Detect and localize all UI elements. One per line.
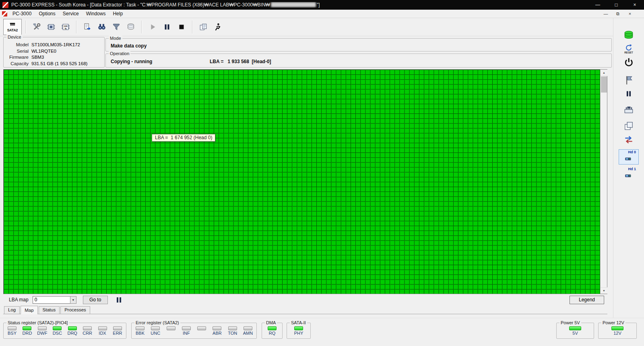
scroll-thumb[interactable] [601,76,607,93]
copy-sector-map-button[interactable] [196,20,210,34]
stop-button[interactable] [175,20,188,34]
pause-indicator-icon [117,297,121,303]
led-light [136,326,144,330]
led-12v: 12V [611,326,623,336]
mode-panel: Mode Make data copy [105,38,612,51]
led-label: BSY [8,331,17,336]
mdi-window-controls: — ⧉ × [603,11,633,16]
drive-resources-button[interactable]: 100% [59,20,72,34]
device-field-label: Capacity [5,61,29,67]
pause-button[interactable] [160,20,174,34]
sata2-port-button[interactable]: SATA2 [3,19,22,35]
copy-window-button[interactable] [619,119,638,132]
legend-button[interactable]: Legend [570,296,604,304]
device-field-value: WL1RQTE0 [31,48,56,55]
led-light [197,326,206,330]
power-off-button[interactable] [619,56,638,69]
minimize-button[interactable]: — [588,0,607,10]
led-idx: IDX [97,326,108,336]
scroll-down-icon[interactable]: ▼ [601,287,607,294]
led-light [53,326,62,330]
power-12v-panel: Power 12V12V [598,323,637,339]
head-map-button[interactable] [619,74,638,86]
menu-item-pc3000[interactable]: PC-3000 [9,10,35,17]
led-light [151,326,160,330]
mdi-restore-button[interactable]: ⧉ [615,11,621,16]
error-register-title: Error register (SATA2) [134,320,180,325]
maximize-button[interactable]: □ [607,0,625,10]
utility-tools-button[interactable] [30,20,43,34]
led-light [268,326,277,330]
device-field-value: SBM3 [31,54,44,61]
led-amn: AMN [243,326,253,336]
lba-input[interactable] [33,296,70,304]
drive-jumpers-button[interactable] [619,103,638,116]
led-label: ABR [213,331,222,336]
tab-log[interactable]: Log [4,306,20,314]
led-dwf: DWF [37,326,47,336]
menu-items: PC-3000OptionsServiceWindowsHelp [9,10,126,17]
data-exchange-button[interactable] [619,133,638,146]
hd1-label: Hd 1 [628,167,636,171]
led-label: IDX [99,331,106,336]
dma-title: DMA [265,320,277,325]
led-bsy: BSY [7,326,17,336]
sector-map-grid[interactable] [4,70,600,294]
hd1-button[interactable]: Hd 1 [619,166,639,181]
led-label: DWF [37,331,47,336]
window-title-path: PC-3000 EXPRESS - South Korea - [Data Ex… [11,2,270,8]
led-inf: INF [181,326,192,336]
drive-reset-button[interactable]: RESET [619,42,638,55]
led-label: DRD [23,331,32,336]
sata-ii-panel: SATA-IIPHY [287,323,311,339]
goto-button[interactable]: Go to [83,296,108,304]
led-light [569,326,581,330]
operation-panel: Operation Copying - running LBA = 1 933 … [105,54,612,68]
map-scrollbar[interactable]: ▲ ▼ [600,70,607,294]
lba-dropdown-icon[interactable]: ▾ [70,296,76,304]
toolbar-buttons: SATA2100% [0,18,613,36]
search-button[interactable] [95,20,109,34]
hd0-button[interactable]: Hd 0 [619,149,639,165]
menu-item-windows[interactable]: Windows [83,10,109,17]
power-5v-panel: Power 5V5V [556,323,594,339]
tab-status[interactable]: Status [39,306,60,314]
device-panel: Device ModelST1000LM035-1RK172SerialWL1R… [3,37,105,68]
mdi-close-button[interactable]: × [627,11,633,16]
led-crr: CRR [82,326,93,336]
lba-toolbar: LBA map ▾ Go to Legend [3,295,607,305]
error-register-panel: Error register (SATA2)BBKUNCINFABRTONAMN [131,323,257,339]
led-light [611,326,623,330]
window-title: PC-3000 EXPRESS - South Korea - [Data Ex… [11,2,320,8]
terminate-task-button[interactable] [211,20,225,34]
main-toolbar: SATA2100% [0,18,613,36]
led-5v: 5V [569,326,581,336]
drive-power-button[interactable] [619,29,638,41]
menu-item-help[interactable]: Help [109,10,126,17]
menu-item-service[interactable]: Service [59,10,83,17]
led-label: AMN [243,331,253,336]
toolbar-separator [141,21,142,33]
data-filter-button[interactable] [109,20,123,34]
new-task-button[interactable] [80,20,94,34]
led-light [213,326,221,330]
save-image-button[interactable] [124,20,138,34]
drive-diagnostics-button[interactable] [44,20,58,34]
sector-map-panel: LBA = 1 674 952 (Head 0) ▲ ▼ [3,69,607,294]
menu-item-options[interactable]: Options [35,10,59,17]
pause-drive-button[interactable] [619,87,638,100]
scroll-up-icon[interactable]: ▲ [601,70,607,76]
device-field-value: ST1000LM035-1RK172 [31,42,80,48]
led-light [182,326,191,330]
close-button[interactable]: × [625,0,644,10]
led-label: BBK [136,331,144,336]
toolbar-separator [192,21,193,33]
led-abr: ABR [212,326,222,336]
led-light [98,326,107,330]
device-fields: ModelST1000LM035-1RK172SerialWL1RQTE0Fir… [4,37,104,67]
tab-map[interactable]: Map [21,306,37,314]
toolbar-separator [76,21,77,33]
start-button[interactable] [146,20,159,34]
mdi-minimize-button[interactable]: — [603,11,609,16]
tab-processes[interactable]: Processes [60,306,90,314]
